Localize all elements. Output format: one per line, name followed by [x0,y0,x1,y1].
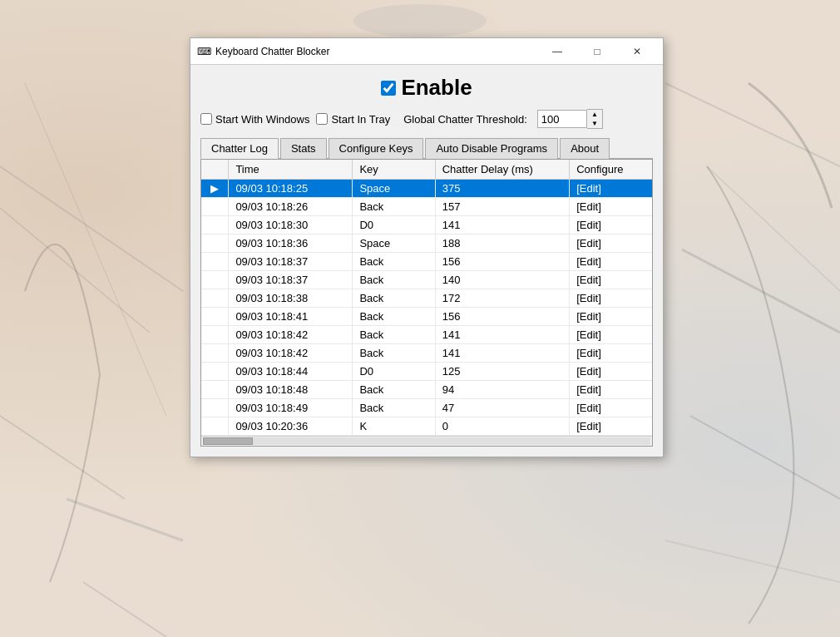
maximize-button[interactable]: □ [578,38,616,65]
col-header-configure: Configure [570,160,652,180]
row-configure[interactable]: [Edit] [570,289,652,308]
row-indicator [201,308,229,326]
table-row[interactable]: 09/03 10:18:37Back156[Edit] [201,253,652,271]
row-configure[interactable]: [Edit] [570,381,652,399]
table-row[interactable]: 09/03 10:18:42Back141[Edit] [201,326,652,344]
table-row[interactable]: 09/03 10:18:38Back172[Edit] [201,289,652,308]
row-time: 09/03 10:18:42 [229,326,353,344]
row-time: 09/03 10:18:37 [229,271,353,289]
row-key: Space [353,235,435,253]
start-with-windows-label[interactable]: Start With Windows [200,113,309,126]
col-header-time: Time [229,160,353,180]
row-time: 09/03 10:18:41 [229,308,353,326]
row-configure[interactable]: [Edit] [570,253,652,271]
start-in-tray-checkbox[interactable] [316,113,328,125]
tab-configure-keys[interactable]: Configure Keys [329,138,424,159]
table-row[interactable]: 09/03 10:18:44D0125[Edit] [201,363,652,381]
col-header-key: Key [353,160,435,180]
row-indicator [201,344,229,363]
table-row[interactable]: 09/03 10:18:37Back140[Edit] [201,271,652,289]
row-configure[interactable]: [Edit] [570,216,652,235]
horizontal-scrollbar[interactable] [201,436,652,446]
row-indicator [201,271,229,289]
scrollbar-track [203,437,650,445]
row-configure[interactable]: [Edit] [570,308,652,326]
row-key: Space [353,180,435,198]
window-controls: — □ ✕ [538,38,656,65]
app-icon: ⌨ [197,45,210,58]
row-configure[interactable]: [Edit] [570,235,652,253]
row-key: Back [353,198,435,216]
row-configure[interactable]: [Edit] [570,344,652,363]
options-row: Start With Windows Start In Tray Global … [200,109,653,129]
row-indicator [201,363,229,381]
row-configure[interactable]: [Edit] [570,363,652,381]
row-key: D0 [353,363,435,381]
row-delay: 375 [435,180,569,198]
table-header: Time Key Chatter Delay (ms) Configure [201,160,652,180]
enable-label: Enable [401,75,472,101]
row-indicator [201,289,229,308]
row-key: Back [353,289,435,308]
row-delay: 140 [435,271,569,289]
row-time: 09/03 10:18:37 [229,253,353,271]
tab-auto-disable[interactable]: Auto Disable Programs [425,138,558,159]
row-delay: 125 [435,363,569,381]
app-window: ⌨ Keyboard Chatter Blocker — □ ✕ Enable … [190,37,664,457]
threshold-input[interactable] [537,110,587,128]
col-header-indicator [201,160,229,180]
row-delay: 0 [435,417,569,436]
table-row[interactable]: 09/03 10:18:36Space188[Edit] [201,235,652,253]
row-delay: 188 [435,235,569,253]
table-row[interactable]: 09/03 10:18:42Back141[Edit] [201,344,652,363]
spinner-up-button[interactable]: ▲ [587,110,602,119]
row-indicator [201,417,229,436]
row-indicator [201,235,229,253]
row-indicator [201,399,229,417]
spinner-down-button[interactable]: ▼ [587,119,602,128]
table-row[interactable]: 09/03 10:18:48Back94[Edit] [201,381,652,399]
row-delay: 141 [435,216,569,235]
row-configure[interactable]: [Edit] [570,399,652,417]
row-indicator [201,198,229,216]
close-button[interactable]: ✕ [618,38,656,65]
row-configure[interactable]: [Edit] [570,417,652,436]
row-time: 09/03 10:18:44 [229,363,353,381]
enable-row: Enable [200,75,653,101]
row-indicator: ▶ [201,180,229,198]
tab-stats[interactable]: Stats [280,138,327,159]
start-with-windows-checkbox[interactable] [200,113,212,125]
window-body: Enable Start With Windows Start In Tray … [190,65,663,457]
threshold-label: Global Chatter Threshold: [403,113,527,126]
row-configure[interactable]: [Edit] [570,198,652,216]
row-configure[interactable]: [Edit] [570,180,652,198]
threshold-spinner: ▲ ▼ [587,109,603,129]
row-key: Back [353,253,435,271]
tab-chatter-log[interactable]: Chatter Log [200,138,279,159]
table-row[interactable]: 09/03 10:20:36K0[Edit] [201,417,652,436]
row-time: 09/03 10:18:36 [229,235,353,253]
scrollbar-thumb[interactable] [203,437,253,445]
enable-checkbox[interactable] [381,81,396,96]
table-row[interactable]: 09/03 10:18:41Back156[Edit] [201,308,652,326]
row-indicator [201,216,229,235]
row-time: 09/03 10:18:26 [229,198,353,216]
row-indicator [201,326,229,344]
start-in-tray-label[interactable]: Start In Tray [316,113,390,126]
row-key: Back [353,308,435,326]
table-row[interactable]: 09/03 10:18:30D0141[Edit] [201,216,652,235]
tab-about[interactable]: About [560,138,610,159]
row-configure[interactable]: [Edit] [570,271,652,289]
minimize-button[interactable]: — [538,38,576,65]
col-header-delay: Chatter Delay (ms) [435,160,569,180]
row-time: 09/03 10:18:25 [229,180,353,198]
table-row[interactable]: 09/03 10:18:49Back47[Edit] [201,399,652,417]
row-configure[interactable]: [Edit] [570,326,652,344]
row-time: 09/03 10:18:49 [229,399,353,417]
row-delay: 47 [435,399,569,417]
tab-bar: Chatter Log Stats Configure Keys Auto Di… [200,137,653,159]
table-row[interactable]: 09/03 10:18:26Back157[Edit] [201,198,652,216]
row-delay: 141 [435,326,569,344]
table-row[interactable]: ▶09/03 10:18:25Space375[Edit] [201,180,652,198]
row-key: Back [353,271,435,289]
